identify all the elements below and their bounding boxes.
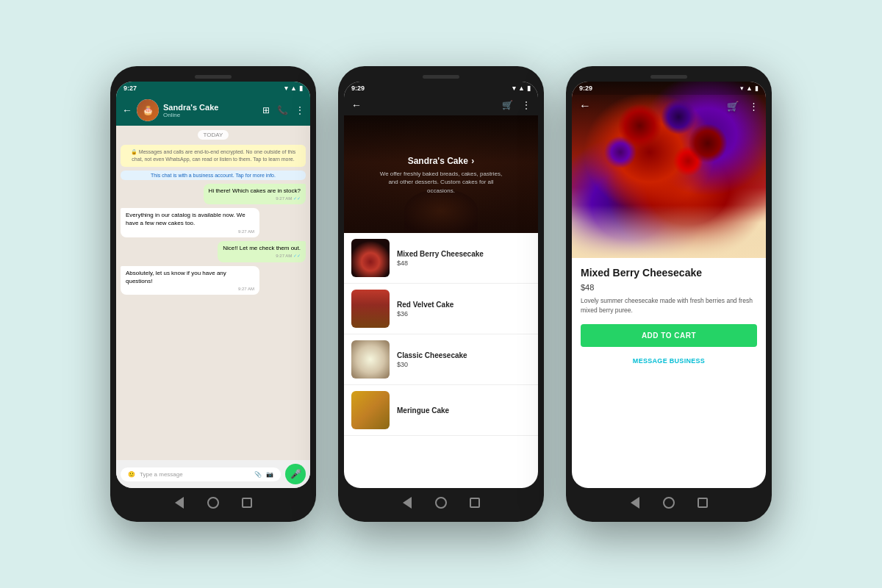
- signal-icon-2: ▾: [512, 85, 516, 92]
- recents-nav-button-3[interactable]: [696, 496, 709, 509]
- more-icon[interactable]: ⋮: [295, 105, 304, 115]
- add-to-cart-button[interactable]: ADD TO CART: [581, 324, 757, 347]
- camera-icon[interactable]: 📷: [266, 471, 273, 478]
- product-battery-icon: ▮: [755, 85, 759, 92]
- back-nav-button-3[interactable]: [628, 496, 642, 509]
- back-button[interactable]: ←: [122, 104, 132, 116]
- message-text-3: Nice!! Let me check them out.: [223, 245, 301, 251]
- read-ticks-3: ✓✓: [293, 254, 301, 258]
- encryption-notice[interactable]: 🔒 Messages and calls are end-to-end encr…: [121, 145, 306, 167]
- catalog-item-image-3: [351, 340, 390, 379]
- catalog-item-name-1: Mixed Berry Cheesecake: [397, 250, 531, 258]
- battery-icon: ▮: [299, 85, 303, 92]
- home-nav-button[interactable]: [207, 496, 220, 509]
- product-status-bar: 9:29 ▾ ▲ ▮: [572, 82, 766, 95]
- phone-nav-2: [344, 492, 538, 513]
- read-ticks-1: ✓✓: [293, 196, 301, 201]
- chat-header-icons: ⊞ 📞 ⋮: [262, 105, 304, 115]
- home-nav-button-3[interactable]: [662, 496, 675, 509]
- catalog-item-name-3: Classic Cheesecake: [397, 351, 531, 359]
- status-bar-2: 9:29 ▾ ▲ ▮: [344, 82, 538, 95]
- product-wifi-icon: ▲: [746, 85, 753, 92]
- avatar-image: 🎂: [137, 99, 159, 121]
- message-bubble-sent-1: Hi there! Which cakes are in stock? 9:27…: [204, 184, 306, 205]
- back-nav-button[interactable]: [173, 496, 186, 509]
- phone-speaker-1: [195, 75, 232, 79]
- catalog-item-name-4: Meringue Cake: [397, 406, 531, 415]
- catalog-hero-content: Sandra's Cake › We offer freshly baked b…: [368, 146, 514, 202]
- phone-3: 9:29 ▾ ▲ ▮ ← 🛒 ⋮: [566, 66, 772, 522]
- home-nav-button-2[interactable]: [434, 496, 448, 509]
- cheesecake-base: [572, 205, 766, 258]
- recents-nav-button-2[interactable]: [468, 496, 481, 509]
- catalog-screen: 9:29 ▾ ▲ ▮ ← 🛒 ⋮ Sandra's Cake: [344, 82, 538, 488]
- chat-contact-status: Online: [163, 112, 258, 118]
- call-icon[interactable]: 📞: [277, 105, 288, 115]
- product-header-icons: 🛒 ⋮: [727, 101, 759, 112]
- wifi-icon-2: ▲: [518, 85, 525, 92]
- catalog-item-1[interactable]: Mixed Berry Cheesecake $48: [344, 233, 538, 284]
- catalog-item-name-2: Red Velvet Cake: [397, 301, 531, 309]
- business-notice[interactable]: This chat is with a business account. Ta…: [121, 171, 306, 180]
- catalog-back-button[interactable]: ←: [351, 99, 362, 111]
- chat-header-info: Sandra's Cake Online: [163, 103, 258, 118]
- catalog-business-name: Sandra's Cake ›: [375, 154, 507, 167]
- product-image-area: 9:29 ▾ ▲ ▮ ← 🛒 ⋮: [572, 82, 766, 258]
- message-row-1: Hi there! Which cakes are in stock? 9:27…: [121, 184, 306, 205]
- product-more-icon[interactable]: ⋮: [749, 101, 759, 112]
- chat-body: TODAY 🔒 Messages and calls are end-to-en…: [116, 126, 310, 460]
- message-row-3: Nice!! Let me check them out. 9:27 AM ✓✓: [121, 241, 306, 262]
- message-time-2: 9:27 AM: [126, 229, 254, 234]
- time-label-1: 9:27 AM: [276, 196, 292, 201]
- product-detail-panel: Mixed Berry Cheesecake $48 Lovely summer…: [572, 258, 766, 379]
- chat-input-bar: 🙂 Type a message 📎 📷 🎤: [116, 460, 310, 488]
- product-status-time: 9:29: [579, 85, 592, 92]
- catalog-list: Mixed Berry Cheesecake $48 Red Velvet Ca…: [344, 233, 538, 488]
- catalog-item-info-1: Mixed Berry Cheesecake $48: [397, 250, 531, 267]
- catalog-item-info-2: Red Velvet Cake $36: [397, 301, 531, 318]
- back-nav-button-2[interactable]: [401, 496, 414, 509]
- catalog-item-price-2: $36: [397, 310, 531, 318]
- catalog-icon[interactable]: ⊞: [262, 105, 270, 115]
- phone-2: 9:29 ▾ ▲ ▮ ← 🛒 ⋮ Sandra's Cake: [338, 66, 544, 522]
- message-time-1: 9:27 AM ✓✓: [209, 196, 301, 201]
- product-cart-icon[interactable]: 🛒: [727, 101, 739, 112]
- product-title: Mixed Berry Cheesecake: [581, 267, 757, 279]
- product-signal-icon: ▾: [740, 85, 744, 92]
- message-row-4: Absolutely, let us know if you have any …: [121, 266, 306, 295]
- message-business-button[interactable]: MESSAGE BUSINESS: [581, 351, 757, 370]
- emoji-icon[interactable]: 🙂: [128, 471, 135, 478]
- chat-contact-name: Sandra's Cake: [163, 103, 258, 112]
- wifi-icon: ▲: [290, 85, 297, 92]
- mic-button[interactable]: 🎤: [285, 464, 306, 484]
- recents-nav-button[interactable]: [240, 496, 254, 509]
- catalog-item-4[interactable]: Meringue Cake: [344, 385, 538, 436]
- phone-nav-1: [116, 492, 310, 513]
- catalog-item-3[interactable]: Classic Cheesecake $30: [344, 334, 538, 385]
- product-back-button[interactable]: ←: [579, 99, 591, 112]
- catalog-item-2[interactable]: Red Velvet Cake $36: [344, 284, 538, 334]
- catalog-item-image-1: [351, 239, 390, 277]
- product-status-icons: ▾ ▲ ▮: [740, 85, 759, 92]
- message-bubble-received-2: Absolutely, let us know if you have any …: [121, 266, 259, 295]
- status-bar-1: 9:27 ▾ ▲ ▮: [116, 82, 310, 95]
- message-input-field[interactable]: 🙂 Type a message 📎 📷: [121, 467, 281, 481]
- time-label-3: 9:27 AM: [276, 254, 292, 258]
- attachment-icon[interactable]: 📎: [254, 471, 262, 478]
- catalog-nav-header: ← 🛒 ⋮: [344, 95, 538, 115]
- phone-speaker-3: [650, 75, 687, 79]
- catalog-more-icon[interactable]: ⋮: [522, 100, 531, 110]
- avatar: 🎂: [137, 99, 159, 121]
- catalog-business-desc: We offer freshly baked breads, cakes, pa…: [375, 170, 507, 195]
- catalog-item-image-2: [351, 290, 390, 328]
- message-time-4: 9:27 AM: [126, 286, 254, 292]
- status-time-1: 9:27: [123, 85, 137, 92]
- date-badge: TODAY: [198, 130, 229, 140]
- catalog-item-price-1: $48: [397, 259, 531, 267]
- chat-screen: 9:27 ▾ ▲ ▮ ← 🎂 Sandra's Cake Online ⊞ 📞 …: [116, 82, 310, 488]
- product-screen: 9:29 ▾ ▲ ▮ ← 🛒 ⋮: [572, 82, 766, 488]
- message-time-3: 9:27 AM ✓✓: [223, 253, 301, 259]
- message-bubble-sent-2: Nice!! Let me check them out. 9:27 AM ✓✓: [218, 241, 306, 262]
- battery-icon-2: ▮: [527, 85, 531, 92]
- cart-icon[interactable]: 🛒: [502, 100, 513, 110]
